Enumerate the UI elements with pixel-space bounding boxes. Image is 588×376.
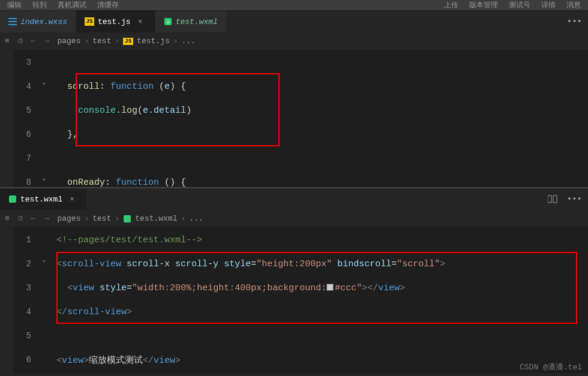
tab-label: test.wxml [176,17,218,26]
bookmark-icon[interactable]: ⟃ [18,214,23,223]
tab-overflow-icon[interactable]: ••• [567,11,582,32]
fold-down-icon[interactable]: ˅ [42,259,54,269]
breadcrumb[interactable]: pages › test › JS test.js › ... [57,37,196,46]
menu-icon[interactable]: ≡ [5,37,10,46]
code-line: onReady: function () { [54,178,186,188]
line-number: 4 [0,82,42,91]
code-line: scroll: function (e) { [54,82,186,92]
line-number: 7 [0,154,42,163]
code-line: <view style="width:200%;height:400px;bac… [54,283,405,293]
line-number: 3 [0,58,42,67]
chevron-right-icon: › [84,214,89,223]
menu-version[interactable]: 版本管理 [469,0,498,10]
editor-top[interactable]: 3 4 ˅ scroll: function (e) { 5 console.l… [0,50,588,187]
code-line: </scroll-view> [54,307,132,317]
tab-index-wxss[interactable]: index.wxss [0,11,76,32]
svg-rect-5 [124,215,131,222]
fold-down-icon[interactable]: ˅ [42,82,54,92]
js-icon: JS [123,38,133,45]
js-icon: JS [85,17,94,26]
wxss-icon [8,17,17,26]
tab-test-wxml-bottom[interactable]: test.wxml × [0,188,87,210]
crumb[interactable]: ... [182,37,196,46]
fold-down-icon[interactable]: ˅ [42,178,54,188]
crumb[interactable]: test [92,37,111,46]
nav-back-icon[interactable]: ← [31,214,36,223]
chevron-right-icon: › [115,214,119,223]
tab-bar-top: index.wxss JS test.js × ◇ test.wxml ••• [0,11,588,32]
chevron-right-icon: › [84,37,89,46]
split-icon[interactable] [548,195,557,203]
svg-rect-2 [9,195,16,203]
chevron-right-icon: › [181,214,186,223]
crumb[interactable]: test [92,214,111,223]
crumb[interactable]: test.js [137,37,170,46]
editor-bottom[interactable]: 1 <!--pages/test/test.wxml--> 2 ˅ <scrol… [0,228,588,373]
nav-fwd-icon[interactable]: → [44,214,49,223]
close-icon[interactable]: × [138,17,146,26]
crumb[interactable]: pages [57,37,80,46]
editor-toolbar-bottom: ≡ ⟃ ← → pages › test › test.wxml › ... [0,210,588,228]
code-line: <view>缩放模式测试</view> [54,354,181,366]
menu-detail[interactable]: 详情 [541,0,556,10]
editor-toolbar-top: ≡ ⟃ ← → pages › test › JS test.js › ... [0,32,588,50]
color-swatch [326,284,334,291]
chevron-right-icon: › [173,37,178,46]
tab-bar-bottom: test.wxml × ••• [0,188,588,210]
wxml-icon: ◇ [164,17,172,26]
code-line: <!--pages/test/test.wxml--> [54,235,202,245]
line-number: 5 [0,331,42,341]
menu-test[interactable]: 测试号 [509,0,530,10]
wxml-icon [123,215,131,223]
line-number: 6 [0,130,42,139]
tab-test-wxml[interactable]: ◇ test.wxml [155,11,227,32]
menu-cache[interactable]: 清缓存 [97,0,119,10]
crumb[interactable]: test.wxml [135,214,177,223]
line-number: 5 [0,106,42,115]
svg-rect-4 [553,195,557,203]
menu-msg[interactable]: 消息 [566,0,581,10]
code-line: <scroll-view scroll-x scroll-y style="he… [54,259,445,269]
chevron-right-icon: › [115,37,119,46]
close-icon[interactable]: × [70,195,78,204]
line-number: 2 [0,259,42,269]
line-number: 6 [0,355,42,365]
line-number: 3 [0,283,42,293]
line-number: 1 [0,235,42,245]
watermark: CSDN @潘潘.tel [520,362,582,372]
nav-fwd-icon[interactable]: → [44,37,49,46]
wxml-icon [8,195,17,203]
menu-debug[interactable]: 真机调试 [58,0,86,10]
menu-upload[interactable]: 上传 [444,0,458,10]
menu-bar: 编辑 转到 真机调试 清缓存 上传 版本管理 测试号 详情 消息 [0,0,588,11]
more-icon[interactable]: ••• [567,194,582,204]
crumb[interactable]: ... [189,214,203,223]
menu-goto[interactable]: 转到 [32,0,47,10]
code-line: }, [54,130,78,140]
crumb[interactable]: pages [57,214,80,223]
line-number: 4 [0,307,42,317]
tab-test-js[interactable]: JS test.js × [76,11,155,32]
tab-label: index.wxss [20,17,67,26]
code-line: console.log(e.detail) [54,106,191,116]
menu-icon[interactable]: ≡ [5,214,10,223]
svg-rect-3 [548,195,551,203]
breadcrumb[interactable]: pages › test › test.wxml › ... [57,214,203,223]
tab-label: test.js [98,17,131,26]
line-number: 8 [0,178,42,187]
bookmark-icon[interactable]: ⟃ [18,37,23,46]
tab-label: test.wxml [20,195,62,204]
menu-edit[interactable]: 编辑 [7,0,22,10]
nav-back-icon[interactable]: ← [31,37,36,46]
